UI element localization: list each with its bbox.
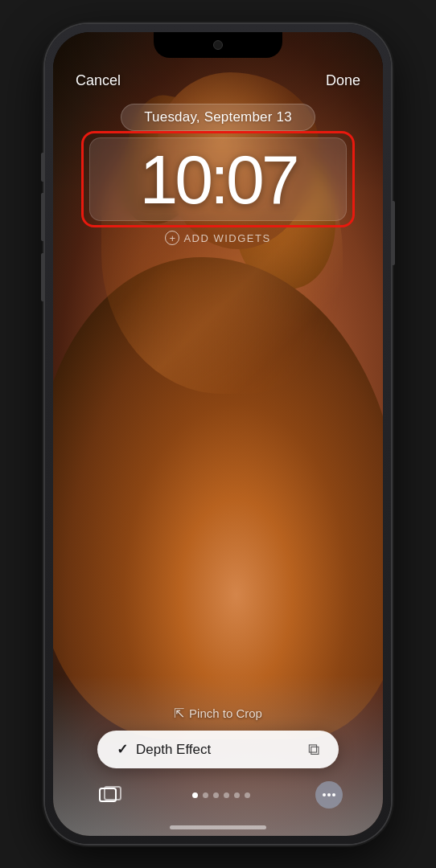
dot-4[interactable] <box>224 792 229 798</box>
pagination-row <box>85 778 351 812</box>
home-indicator[interactable] <box>170 825 266 829</box>
dot-6[interactable] <box>245 792 250 798</box>
dot-3[interactable] <box>213 792 219 798</box>
add-widgets-button[interactable]: + ADD WIDGETS <box>165 231 270 245</box>
svg-point-3 <box>327 793 331 796</box>
ui-layer: Cancel Done Tuesday, September 13 10:07 <box>53 32 383 836</box>
depth-effect-pill[interactable]: ✓ Depth Effect ⧉ <box>97 731 339 768</box>
done-button[interactable]: Done <box>326 72 360 89</box>
depth-effect-label: Depth Effect <box>136 742 211 758</box>
volume-up-button[interactable] <box>41 193 44 241</box>
bottom-area: ⇱ Pinch to Crop ✓ Depth Effect ⧉ <box>53 706 383 836</box>
checkmark-icon: ✓ <box>117 741 128 758</box>
lock-screen-content: Tuesday, September 13 10:07 + ADD WIDGET… <box>53 97 383 405</box>
layers-icon: ⧉ <box>308 740 319 759</box>
add-circle-icon: + <box>165 231 179 245</box>
volume-down-button[interactable] <box>41 253 44 301</box>
camera <box>213 40 223 50</box>
power-button[interactable] <box>392 201 395 265</box>
add-widgets-label: ADD WIDGETS <box>183 232 270 244</box>
more-icon <box>323 793 335 796</box>
pinch-to-crop-hint: ⇱ Pinch to Crop <box>174 706 262 721</box>
gallery-button[interactable] <box>93 778 127 812</box>
svg-point-4 <box>332 793 335 796</box>
notch <box>154 32 282 58</box>
more-menu-button[interactable] <box>315 781 343 809</box>
date-pill: Tuesday, September 13 <box>121 104 315 131</box>
dot-1[interactable] <box>192 792 198 798</box>
cancel-button[interactable]: Cancel <box>76 72 121 89</box>
gallery-icon <box>99 786 121 804</box>
depth-check-area: ✓ Depth Effect <box>117 741 211 758</box>
dot-2[interactable] <box>203 792 208 798</box>
pinch-to-crop-text: Pinch to Crop <box>189 706 262 720</box>
date-text: Tuesday, September 13 <box>144 109 292 125</box>
time-container: 10:07 <box>89 137 347 221</box>
time-highlight-outline <box>81 131 355 227</box>
dots-container <box>192 792 250 798</box>
crop-icon: ⇱ <box>174 706 184 721</box>
dot-5[interactable] <box>234 792 240 798</box>
phone-frame: Cancel Done Tuesday, September 13 10:07 <box>45 24 391 844</box>
phone-screen: Cancel Done Tuesday, September 13 10:07 <box>53 32 383 836</box>
svg-point-2 <box>323 793 326 796</box>
